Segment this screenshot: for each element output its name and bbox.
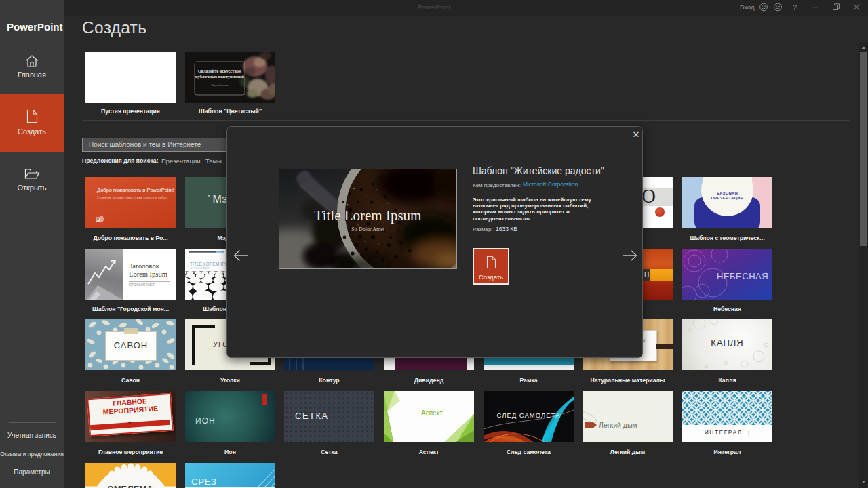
svg-text:публичных выступлений: публичных выступлений [195, 74, 244, 79]
svg-text:Овладейте искусством: Овладейте искусством [198, 68, 242, 73]
svg-text:P: P [96, 218, 99, 222]
svg-text:Мария Анжелика: Мария Анжелика [211, 84, 229, 87]
svg-text:?: ? [793, 3, 797, 12]
svg-text:ЭМБЛЕМА: ЭМБЛЕМА [107, 484, 153, 488]
svg-text:SIT DOLOR AMET: SIT DOLOR AMET [190, 267, 209, 270]
